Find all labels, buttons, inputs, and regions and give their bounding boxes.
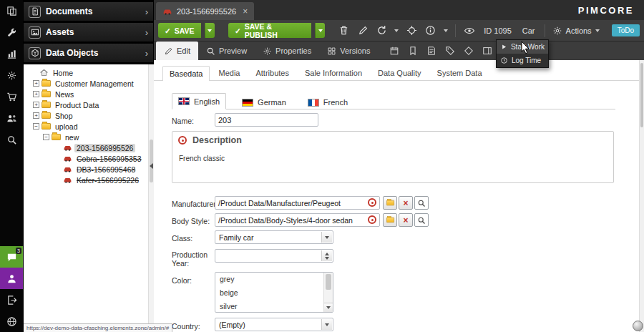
globe-icon[interactable]	[0, 311, 23, 332]
lang-tab-english[interactable]: English	[172, 93, 226, 109]
body-style-search-button[interactable]	[414, 213, 429, 227]
tree-item-kafer[interactable]: Kafer-1566995226	[24, 175, 153, 185]
tab-basedata[interactable]: Basedata	[162, 66, 210, 81]
expand-icon[interactable]: +	[33, 102, 39, 108]
save-publish-dropdown-button[interactable]	[315, 23, 326, 38]
reports-icon[interactable]	[0, 43, 23, 64]
chevron-down-icon[interactable]	[321, 319, 332, 330]
rename-button[interactable]	[355, 23, 370, 39]
layout-button[interactable]	[478, 42, 497, 60]
sidebar-section-documents[interactable]: Documents ›	[24, 2, 153, 21]
tree-item-new[interactable]: − new	[24, 132, 153, 142]
tree-scrollbar-thumb[interactable]	[150, 140, 153, 182]
listbox-scrollbar[interactable]	[323, 273, 333, 312]
content-scrollbar-thumb[interactable]	[640, 63, 643, 127]
body-style-open-button[interactable]	[383, 213, 397, 227]
tab-versions[interactable]: Versions	[319, 42, 378, 60]
files-icon[interactable]	[0, 0, 23, 21]
name-input[interactable]	[215, 113, 318, 127]
chat-icon[interactable]: 3	[0, 246, 23, 268]
tree-item-news[interactable]: + News	[24, 89, 153, 99]
settings-icon[interactable]	[0, 64, 23, 86]
menu-item-log-time[interactable]: Log Time	[497, 54, 548, 67]
color-multiselect[interactable]: grey beige silver	[215, 272, 333, 313]
option-beige[interactable]: beige	[215, 286, 333, 300]
scroll-down-icon[interactable]	[324, 303, 333, 312]
reports-button[interactable]	[422, 42, 441, 60]
tree-item-product-data[interactable]: + Product Data	[24, 99, 153, 110]
collapse-icon[interactable]: −	[33, 123, 39, 130]
delete-button[interactable]	[336, 23, 351, 39]
profile-icon[interactable]	[0, 268, 23, 289]
production-year-spinner[interactable]	[215, 249, 333, 263]
tree-item-db3[interactable]: DB3-1566995468	[24, 164, 153, 175]
expand-icon[interactable]: +	[33, 112, 39, 119]
spinner-arrows[interactable]	[321, 250, 332, 261]
tools-icon[interactable]	[0, 21, 23, 43]
logout-icon[interactable]	[0, 289, 23, 311]
country-select[interactable]: (Empty)	[215, 318, 333, 331]
panel-collapse-icon[interactable]	[150, 163, 153, 169]
manufacturer-relation-field[interactable]: /Product Data/Manufacturer/Peugeot	[215, 196, 380, 210]
sidebar-section-data-objects[interactable]: Data Objects ›	[24, 44, 153, 62]
manufacturer-search-button[interactable]	[414, 196, 429, 210]
ecommerce-icon[interactable]	[0, 86, 23, 107]
description-text[interactable]: French classic	[172, 149, 613, 168]
body-style-relation-field[interactable]: /Product Data/Body-Styles/4-door sedan	[215, 213, 380, 227]
save-dropdown-button[interactable]	[205, 23, 215, 38]
info-dropdown-button[interactable]	[441, 23, 449, 39]
sidebar-section-assets[interactable]: Assets ›	[24, 23, 153, 42]
pimcore-ball-icon[interactable]	[633, 321, 643, 331]
option-silver[interactable]: silver	[215, 300, 333, 313]
tree-item-shop[interactable]: + Shop	[24, 110, 153, 121]
reload-button[interactable]	[374, 23, 389, 39]
save-button[interactable]: ✓ SAVE	[158, 23, 201, 38]
car-icon	[63, 165, 72, 174]
reload-dropdown-button[interactable]	[393, 23, 401, 39]
option-grey[interactable]: grey	[215, 273, 333, 286]
notes-events-button[interactable]	[404, 42, 422, 60]
lang-tab-french[interactable]: French	[302, 96, 353, 109]
magnifier-icon	[417, 216, 426, 225]
dependencies-button[interactable]	[459, 42, 478, 60]
manufacturer-open-button[interactable]	[383, 196, 397, 210]
chevron-down-icon[interactable]	[321, 232, 332, 243]
tab-edit[interactable]: Edit	[156, 42, 198, 60]
toolbar: ✓ SAVE ✓ SAVE & PUBLISH ID 1095 Car	[154, 20, 644, 42]
tree-item-customer-management[interactable]: + Customer Management	[24, 78, 153, 89]
tree-item-203[interactable]: 203-1566995526	[24, 142, 153, 153]
target-icon[interactable]	[368, 198, 376, 207]
tab-properties[interactable]: Properties	[255, 42, 319, 60]
customers-icon[interactable]	[0, 107, 23, 129]
tab-data-quality[interactable]: Data Quality	[371, 65, 429, 80]
class-select[interactable]: Family car	[215, 230, 333, 244]
tree-item-home[interactable]: Home	[24, 67, 153, 78]
save-publish-button[interactable]: ✓ SAVE & PUBLISH	[228, 23, 311, 38]
listbox-scrollbar-thumb[interactable]	[326, 274, 331, 290]
expand-icon[interactable]: +	[33, 91, 39, 97]
tab-system-data[interactable]: System Data	[430, 65, 489, 80]
actions-menu-button[interactable]: Actions	[552, 26, 600, 36]
close-icon[interactable]: ×	[243, 6, 248, 16]
locate-in-tree-button[interactable]	[404, 23, 419, 39]
tree-item-cobra[interactable]: Cobra-1566995353	[24, 153, 153, 164]
document-tab[interactable]: 203-1566995526 ×	[156, 2, 254, 20]
tab-sale-information[interactable]: Sale Information	[298, 65, 369, 80]
info-button[interactable]	[423, 23, 438, 39]
lang-tab-german[interactable]: German	[236, 96, 292, 109]
schedule-button[interactable]	[385, 42, 404, 60]
body-style-remove-button[interactable]: ×	[399, 213, 413, 227]
tree-item-upload[interactable]: − upload	[24, 121, 153, 132]
tab-attributes[interactable]: Attributes	[248, 65, 296, 80]
content-scrollbar[interactable]	[639, 60, 644, 332]
tree-scrollbar[interactable]	[148, 64, 154, 332]
manufacturer-remove-button[interactable]: ×	[399, 196, 413, 210]
open-preview-button[interactable]	[462, 23, 477, 39]
collapse-icon[interactable]: −	[43, 134, 49, 140]
expand-icon[interactable]: +	[33, 80, 39, 87]
search-icon[interactable]	[0, 129, 23, 150]
tab-preview[interactable]: Preview	[198, 42, 255, 60]
tab-media[interactable]: Media	[211, 65, 247, 80]
tags-button[interactable]	[441, 42, 459, 60]
target-icon[interactable]	[368, 215, 376, 224]
